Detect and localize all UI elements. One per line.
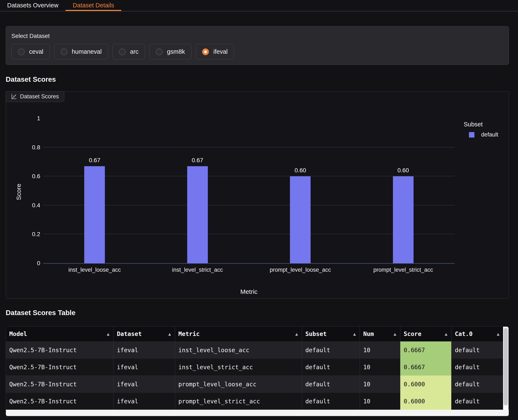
table-cell-r1-c2: inst_level_strict_acc	[175, 359, 302, 375]
table-cell-r0-c4: 10	[360, 341, 400, 359]
vertical-scrollbar[interactable]	[503, 327, 509, 410]
horizontal-scrollbar[interactable]	[6, 410, 509, 416]
sort-ascending-icon[interactable]: ▲	[353, 331, 356, 337]
column-header-score[interactable]: Score▲	[400, 326, 451, 341]
scatter-chart-icon	[11, 94, 17, 100]
dataset-radio-ifeval[interactable]: ifeval	[196, 44, 234, 60]
vertical-scrollbar-thumb[interactable]	[504, 328, 508, 405]
sort-ascending-icon[interactable]: ▲	[393, 331, 396, 337]
sort-ascending-icon[interactable]: ▲	[445, 331, 447, 337]
radio-label: arc	[130, 48, 139, 55]
radio-label: ifeval	[213, 48, 228, 55]
chart-tab-label: Dataset Scores	[20, 93, 59, 100]
bar-chart-plot-area: Metric 00.20.40.60.810.67inst_level_loos…	[43, 118, 455, 263]
dataset-radio-group: cevalhumanevalarcgsm8kifeval	[11, 44, 503, 60]
dataset-radio-ceval[interactable]: ceval	[11, 44, 50, 60]
bar-inst_level_loose_acc	[84, 166, 105, 263]
y-tick-label-1: 1	[22, 115, 40, 122]
sort-ascending-icon[interactable]: ▲	[497, 331, 499, 337]
table-cell-r3-c0: Qwen2.5-7B-Instruct	[6, 393, 113, 410]
legend-swatch	[469, 132, 474, 138]
table-cell-r2-c5: 0.6000	[400, 375, 451, 393]
legend-item-default[interactable]: default	[469, 131, 498, 138]
sort-ascending-icon[interactable]: ▲	[295, 331, 298, 337]
bar-value-prompt_level_strict_acc: 0.60	[382, 167, 424, 174]
table-cell-r2-c0: Qwen2.5-7B-Instruct	[6, 375, 113, 393]
table-cell-r0-c6: default	[451, 341, 503, 359]
table-grid: Model▲Dataset▲Metric▲Subset▲Num▲Score▲Ca…	[6, 326, 503, 410]
y-tick-label-0: 0	[22, 260, 40, 267]
dataset-radio-humaneval[interactable]: humaneval	[54, 44, 108, 60]
column-header-label: Model	[9, 330, 27, 338]
radio-label: humaneval	[72, 48, 102, 55]
sort-ascending-icon[interactable]: ▲	[107, 331, 110, 337]
radio-label: gsm8k	[167, 48, 185, 55]
bar-value-inst_level_loose_acc: 0.67	[74, 157, 116, 164]
table-cell-r2-c4: 10	[360, 375, 400, 393]
dataset-radio-gsm8k[interactable]: gsm8k	[149, 44, 191, 60]
table-cell-r3-c5: 0.6000	[400, 393, 451, 410]
table-cell-r0-c1: ifeval	[113, 341, 175, 359]
column-header-label: Cat.0	[455, 330, 473, 338]
column-header-model[interactable]: Model▲	[6, 326, 113, 341]
radio-circle-icon	[61, 48, 67, 55]
table-cell-r2-c6: default	[451, 375, 503, 393]
radio-circle-icon	[18, 48, 25, 55]
column-header-label: Metric	[178, 330, 200, 338]
column-header-num[interactable]: Num▲	[360, 326, 400, 341]
column-header-label: Score	[404, 330, 421, 338]
bar-value-inst_level_strict_acc: 0.67	[177, 157, 219, 164]
table-cell-r0-c3: default	[302, 341, 360, 359]
table-cell-r3-c4: 10	[360, 393, 400, 410]
table-cell-r3-c3: default	[302, 393, 360, 410]
select-dataset-label: Select Dataset	[11, 33, 503, 39]
x-tick-label-prompt_level_strict_acc: prompt_level_strict_acc	[340, 267, 466, 273]
table-cell-r2-c3: default	[302, 375, 360, 393]
sort-ascending-icon[interactable]: ▲	[168, 331, 171, 337]
table-cell-r3-c2: prompt_level_strict_acc	[175, 393, 302, 410]
table-cell-r1-c6: default	[451, 359, 503, 375]
table-cell-r1-c3: default	[302, 359, 360, 375]
table-cell-r0-c2: inst_level_loose_acc	[175, 341, 302, 359]
table-cell-r3-c6: default	[451, 393, 503, 410]
dataset-scores-table: Model▲Dataset▲Metric▲Subset▲Num▲Score▲Ca…	[6, 326, 509, 416]
tab-dataset-details[interactable]: Dataset Details	[66, 0, 121, 11]
table-cell-r2-c2: prompt_level_loose_acc	[175, 375, 302, 393]
column-header-metric[interactable]: Metric▲	[175, 326, 302, 341]
y-tick-label-0.4: 0.4	[22, 202, 40, 209]
bar-inst_level_strict_acc	[187, 166, 208, 263]
dataset-scores-heading: Dataset Scores	[6, 75, 518, 83]
chart-tab[interactable]: Dataset Scores	[6, 91, 64, 102]
column-header-cat-0[interactable]: Cat.0▲	[451, 326, 503, 341]
column-header-label: Dataset	[117, 330, 142, 338]
legend-item-label: default	[481, 131, 498, 138]
x-axis-title: Metric	[43, 288, 455, 295]
table-cell-r1-c1: ifeval	[113, 359, 175, 375]
column-header-dataset[interactable]: Dataset▲	[113, 326, 175, 341]
table-cell-r0-c5: 0.6667	[400, 341, 451, 359]
dataset-scores-table-heading: Dataset Scores Table	[6, 309, 518, 317]
dataset-radio-arc[interactable]: arc	[112, 44, 145, 60]
column-header-subset[interactable]: Subset▲	[302, 326, 360, 341]
radio-circle-icon	[119, 48, 126, 55]
y-tick-label-0.8: 0.8	[22, 144, 40, 151]
chart-legend: Subset default	[464, 121, 498, 138]
y-axis-title: Score	[15, 184, 22, 200]
tab-datasets-overview[interactable]: Datasets Overview	[0, 0, 66, 11]
bar-prompt_level_loose_acc	[290, 176, 311, 263]
bar-prompt_level_strict_acc	[393, 176, 414, 263]
radio-circle-icon	[202, 48, 209, 55]
dataset-scores-chart-panel: Dataset Scores Metric 00.20.40.60.810.67…	[6, 91, 509, 299]
select-dataset-panel: Select Dataset cevalhumanevalarcgsm8kife…	[6, 26, 509, 65]
table-cell-r1-c5: 0.6667	[400, 359, 451, 375]
column-header-label: Subset	[305, 330, 327, 338]
radio-circle-icon	[156, 48, 163, 55]
bar-value-prompt_level_loose_acc: 0.60	[279, 167, 321, 174]
table-cell-r1-c0: Qwen2.5-7B-Instruct	[6, 359, 113, 375]
table-cell-r2-c1: ifeval	[113, 375, 175, 393]
table-cell-r0-c0: Qwen2.5-7B-Instruct	[6, 341, 113, 359]
legend-title: Subset	[464, 121, 498, 128]
table-cell-r3-c1: ifeval	[113, 393, 175, 410]
y-tick-label-0.6: 0.6	[22, 173, 40, 180]
radio-label: ceval	[29, 48, 43, 55]
